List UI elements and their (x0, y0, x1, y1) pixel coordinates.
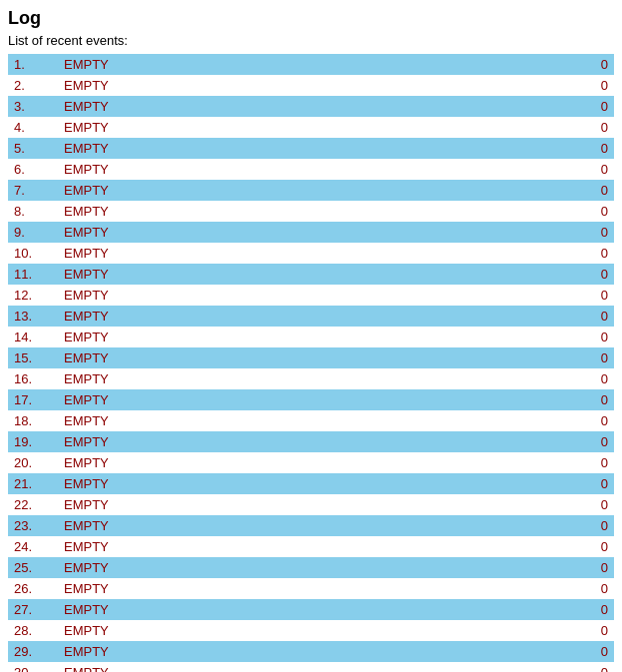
table-row: 1.EMPTY0 (8, 54, 614, 75)
row-number: 9. (8, 222, 58, 243)
row-number: 3. (8, 96, 58, 117)
row-event: EMPTY (58, 159, 554, 180)
table-row: 2.EMPTY0 (8, 75, 614, 96)
row-number: 8. (8, 201, 58, 222)
row-number: 17. (8, 389, 58, 410)
row-event: EMPTY (58, 138, 554, 159)
row-count: 0 (554, 201, 614, 222)
row-number: 27. (8, 599, 58, 620)
row-number: 5. (8, 138, 58, 159)
row-count: 0 (554, 620, 614, 641)
row-event: EMPTY (58, 515, 554, 536)
row-number: 28. (8, 620, 58, 641)
row-number: 29. (8, 641, 58, 662)
table-row: 16.EMPTY0 (8, 368, 614, 389)
row-event: EMPTY (58, 536, 554, 557)
row-event: EMPTY (58, 327, 554, 347)
row-count: 0 (554, 452, 614, 473)
row-count: 0 (554, 327, 614, 347)
row-number: 2. (8, 75, 58, 96)
row-number: 18. (8, 410, 58, 431)
row-count: 0 (554, 599, 614, 620)
table-row: 13.EMPTY0 (8, 306, 614, 327)
row-number: 4. (8, 117, 58, 138)
table-row: 4.EMPTY0 (8, 117, 614, 138)
row-event: EMPTY (58, 389, 554, 410)
row-count: 0 (554, 515, 614, 536)
table-row: 19.EMPTY0 (8, 431, 614, 452)
row-number: 23. (8, 515, 58, 536)
table-row: 29.EMPTY0 (8, 641, 614, 662)
row-event: EMPTY (58, 96, 554, 117)
row-count: 0 (554, 536, 614, 557)
row-count: 0 (554, 138, 614, 159)
row-number: 10. (8, 243, 58, 264)
row-count: 0 (554, 473, 614, 494)
row-event: EMPTY (58, 264, 554, 285)
table-row: 23.EMPTY0 (8, 515, 614, 536)
row-count: 0 (554, 222, 614, 243)
row-event: EMPTY (58, 75, 554, 96)
row-event: EMPTY (58, 410, 554, 431)
table-row: 21.EMPTY0 (8, 473, 614, 494)
table-row: 17.EMPTY0 (8, 389, 614, 410)
table-row: 30.EMPTY0 (8, 662, 614, 672)
row-number: 11. (8, 264, 58, 285)
table-row: 7.EMPTY0 (8, 180, 614, 201)
row-event: EMPTY (58, 285, 554, 306)
subtitle: List of recent events: (8, 33, 614, 48)
table-row: 9.EMPTY0 (8, 222, 614, 243)
row-event: EMPTY (58, 368, 554, 389)
row-number: 20. (8, 452, 58, 473)
table-row: 24.EMPTY0 (8, 536, 614, 557)
page-title: Log (8, 8, 614, 29)
row-count: 0 (554, 410, 614, 431)
row-count: 0 (554, 54, 614, 75)
row-count: 0 (554, 180, 614, 201)
row-count: 0 (554, 368, 614, 389)
table-row: 8.EMPTY0 (8, 201, 614, 222)
table-row: 6.EMPTY0 (8, 159, 614, 180)
row-event: EMPTY (58, 641, 554, 662)
table-row: 20.EMPTY0 (8, 452, 614, 473)
row-event: EMPTY (58, 473, 554, 494)
row-count: 0 (554, 285, 614, 306)
row-number: 24. (8, 536, 58, 557)
row-number: 25. (8, 557, 58, 578)
row-count: 0 (554, 96, 614, 117)
row-event: EMPTY (58, 578, 554, 599)
row-count: 0 (554, 243, 614, 264)
row-count: 0 (554, 159, 614, 180)
row-event: EMPTY (58, 54, 554, 75)
row-count: 0 (554, 264, 614, 285)
row-count: 0 (554, 431, 614, 452)
row-count: 0 (554, 557, 614, 578)
row-number: 6. (8, 159, 58, 180)
row-number: 13. (8, 306, 58, 327)
row-number: 22. (8, 494, 58, 515)
table-row: 5.EMPTY0 (8, 138, 614, 159)
table-row: 11.EMPTY0 (8, 264, 614, 285)
row-count: 0 (554, 306, 614, 327)
table-row: 27.EMPTY0 (8, 599, 614, 620)
row-count: 0 (554, 578, 614, 599)
row-number: 12. (8, 285, 58, 306)
row-number: 7. (8, 180, 58, 201)
table-row: 12.EMPTY0 (8, 285, 614, 306)
table-row: 3.EMPTY0 (8, 96, 614, 117)
row-event: EMPTY (58, 201, 554, 222)
row-event: EMPTY (58, 180, 554, 201)
row-event: EMPTY (58, 222, 554, 243)
row-count: 0 (554, 662, 614, 672)
table-row: 15.EMPTY0 (8, 347, 614, 368)
table-row: 26.EMPTY0 (8, 578, 614, 599)
table-row: 22.EMPTY0 (8, 494, 614, 515)
table-row: 18.EMPTY0 (8, 410, 614, 431)
row-event: EMPTY (58, 452, 554, 473)
row-number: 15. (8, 347, 58, 368)
row-number: 26. (8, 578, 58, 599)
row-number: 1. (8, 54, 58, 75)
row-event: EMPTY (58, 599, 554, 620)
table-row: 14.EMPTY0 (8, 327, 614, 347)
table-row: 10.EMPTY0 (8, 243, 614, 264)
